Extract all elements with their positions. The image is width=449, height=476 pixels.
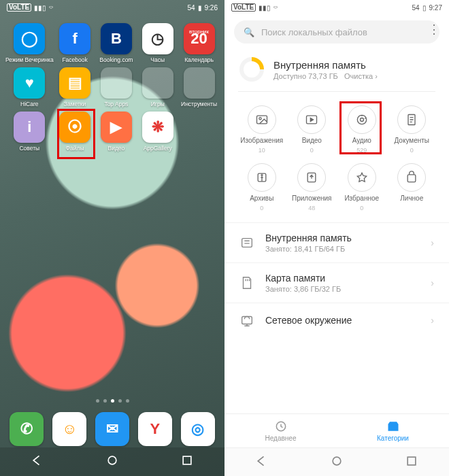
app-icon: ♥ — [14, 67, 45, 99]
svg-point-14 — [333, 457, 341, 465]
storage-available: Доступно 73,73 ГБ — [273, 72, 338, 80]
location-subtitle: Занято: 18,41 ГБ/64 ГБ — [265, 245, 352, 253]
dock-app[interactable]: ✉ — [95, 412, 129, 446]
category-image[interactable]: Изображения10 — [237, 105, 287, 154]
archive-icon — [248, 163, 276, 192]
svg-rect-10 — [408, 175, 416, 182]
app-инструменты[interactable]: Инструменты — [179, 67, 219, 107]
app-label: Заметки — [64, 101, 86, 107]
category-label: Видео — [302, 137, 322, 144]
app-календарь[interactable]: 20вторникКалендарь — [179, 23, 219, 63]
dock-app[interactable]: Y — [138, 412, 172, 446]
app-booking.com[interactable]: BBooking.com — [96, 23, 136, 63]
svg-rect-12 — [242, 317, 252, 324]
clock: 9:26 — [205, 4, 218, 12]
location-title: Внутренняя память — [265, 233, 352, 243]
category-count: 0 — [260, 205, 263, 211]
dock-app[interactable]: ☺ — [52, 412, 86, 446]
home-button[interactable] — [105, 454, 119, 470]
highlight-box — [57, 109, 95, 159]
tab-recent[interactable]: Недавнее — [224, 414, 337, 447]
category-archive[interactable]: Архивы0 — [237, 163, 287, 211]
overflow-menu-button[interactable]: ⋮ — [428, 22, 441, 37]
search-placeholder: Поиск локальных файлов — [261, 27, 367, 37]
category-apk[interactable]: Приложения48 — [287, 163, 337, 211]
volte-icon: VoLTE — [7, 3, 31, 12]
location-title: Карта памяти — [265, 273, 341, 284]
chevron-right-icon: › — [431, 237, 434, 248]
app-label: Инструменты — [181, 101, 217, 107]
category-count: 10 — [259, 147, 265, 154]
back-button[interactable] — [255, 454, 269, 471]
app-файлы[interactable]: ⦿Файлы — [55, 112, 95, 152]
location-internal[interactable]: Внутренняя памятьЗанято: 18,41 ГБ/64 ГБ› — [224, 222, 449, 262]
search-input[interactable]: 🔍 Поиск локальных файлов — [234, 20, 439, 44]
category-label: Избранное — [344, 194, 379, 202]
back-button[interactable] — [31, 454, 44, 470]
app-заметки[interactable]: ▤Заметки — [55, 67, 95, 107]
app-label: Booking.com — [99, 56, 133, 63]
signal-icon: ▮▮▯ — [259, 4, 271, 12]
category-label: Изображения — [240, 137, 283, 144]
video-icon — [297, 105, 326, 134]
app-appgallery[interactable]: ❋AppGallery — [137, 112, 178, 152]
fav-icon — [348, 163, 376, 192]
nav-bar — [224, 447, 449, 476]
search-icon: 🔍 — [244, 27, 254, 37]
dock-app[interactable]: ◎ — [181, 412, 215, 446]
category-video[interactable]: Видео0 — [287, 105, 337, 154]
cleanup-link[interactable]: Очистка › — [344, 72, 378, 80]
category-doc[interactable]: Документы0 — [387, 105, 437, 154]
app-top-apps[interactable]: Top Apps — [96, 67, 136, 107]
wifi-icon: ⌔ — [49, 4, 53, 12]
dock-app[interactable]: ✆ — [10, 412, 44, 446]
recents-button[interactable] — [180, 454, 194, 470]
home-screen: VoLTE ▮▮▯ ⌔ 54 ▮ 9:26 ◯Режим ВечеринкаfF… — [0, 0, 224, 476]
storage-summary[interactable]: Внутренняя память Доступно 73,73 ГБ Очис… — [239, 57, 434, 82]
location-title: Сетевое окружение — [265, 315, 352, 326]
app-facebook[interactable]: fFacebook — [55, 23, 95, 63]
location-net[interactable]: Сетевое окружение› — [224, 303, 449, 337]
tab-categories-label: Категории — [377, 435, 409, 442]
app-советы[interactable]: iСоветы — [5, 112, 54, 152]
battery-level: 54 — [412, 4, 419, 12]
category-label: Приложения — [292, 194, 332, 202]
recents-button[interactable] — [405, 454, 418, 471]
category-label: Документы — [394, 137, 429, 144]
category-audio[interactable]: Аудио529 — [337, 105, 387, 154]
app-часы[interactable]: ◷Часы — [137, 23, 178, 63]
battery-icon: ▮ — [198, 4, 202, 12]
category-count: 48 — [308, 205, 315, 211]
chevron-right-icon: › — [431, 315, 434, 326]
net-icon — [239, 313, 254, 328]
app-label: Календарь — [184, 56, 214, 63]
storage-ring-icon — [239, 57, 264, 82]
tab-categories[interactable]: Категории — [337, 414, 449, 447]
app-label: Top Apps — [104, 101, 128, 107]
files-app: VoLTE ▮▮▯ ⌔ 54 ▯ 9:27 🔍 Поиск локальных … — [224, 0, 449, 476]
app-label: Советы — [19, 145, 39, 152]
location-subtitle: Занято: 3,86 ГБ/32 ГБ — [265, 285, 341, 293]
app-icon: ◷ — [142, 23, 173, 54]
app-режим-вечеринка[interactable]: ◯Режим Вечеринка — [5, 23, 54, 63]
app-icon: ◯ — [14, 23, 45, 54]
app-hicare[interactable]: ♥HiCare — [5, 67, 54, 107]
app-icon: B — [101, 23, 132, 54]
category-fav[interactable]: Избранное0 — [337, 163, 387, 211]
category-count: 0 — [360, 205, 363, 211]
category-label: Архивы — [250, 194, 273, 202]
app-видео[interactable]: ▶Видео — [96, 112, 136, 152]
category-safe[interactable]: Личное — [387, 163, 437, 211]
svg-rect-15 — [408, 457, 416, 465]
doc-icon — [397, 105, 426, 134]
home-button[interactable] — [330, 454, 344, 471]
safe-icon — [397, 163, 426, 192]
app-icon: ▶ — [101, 112, 132, 143]
location-sd[interactable]: Карта памятиЗанято: 3,86 ГБ/32 ГБ› — [224, 262, 449, 303]
app-label: Режим Вечеринка — [5, 56, 54, 63]
sd-icon — [239, 275, 254, 290]
status-bar: VoLTE ▮▮▯ ⌔ 54 ▮ 9:26 — [0, 0, 224, 15]
app-игры[interactable]: Игры — [137, 67, 178, 107]
app-label: HiCare — [20, 101, 38, 107]
status-bar: VoLTE ▮▮▯ ⌔ 54 ▯ 9:27 — [224, 0, 449, 15]
